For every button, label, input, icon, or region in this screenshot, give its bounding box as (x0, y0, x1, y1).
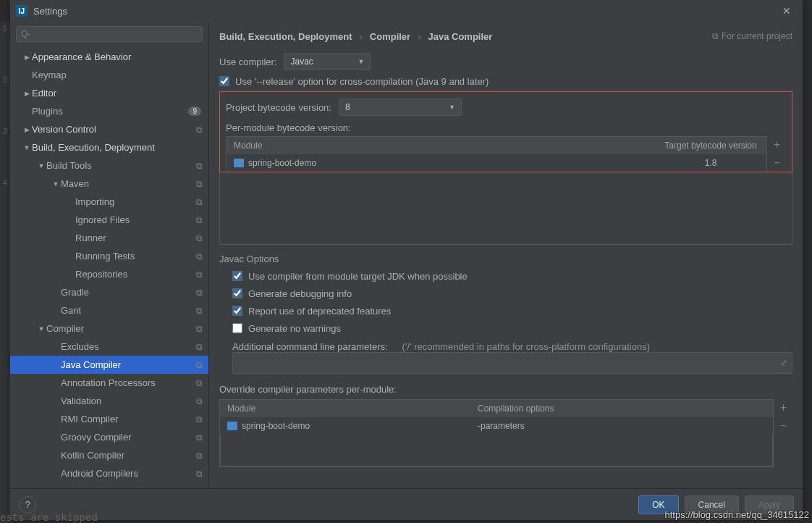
nav-item-annotation-processors[interactable]: Annotation Processors⧉ (10, 374, 208, 392)
nav-label: Plugins (32, 106, 188, 117)
disclosure-icon: ▼ (51, 180, 61, 188)
copy-icon: ⧉ (712, 31, 719, 41)
table-row[interactable]: spring-boot-demo -parameters (220, 417, 773, 435)
per-module-label: Per-module bytecode version: (226, 122, 786, 133)
nav-item-gradle[interactable]: Gradle⧉ (10, 283, 208, 301)
disclosure-icon: ▶ (22, 126, 32, 133)
nav-item-plugins[interactable]: Plugins9 (10, 102, 208, 120)
col-options: Compilation options (473, 403, 773, 414)
nav-item-repositories[interactable]: Repositories⧉ (10, 265, 208, 283)
nav-label: Build Tools (46, 160, 196, 171)
disclosure-icon: ▼ (36, 325, 46, 332)
expand-icon[interactable]: ⤢ (780, 358, 787, 368)
nav-label: Compiler (46, 323, 196, 334)
editor-gutter: 5034 (0, 22, 10, 523)
nav-label: Editor (32, 88, 204, 99)
col-target: Target bytecode version (658, 141, 766, 151)
nav-label: Java Compiler (61, 359, 196, 370)
nav-label: Keymap (32, 70, 204, 80)
scope-icon: ⧉ (196, 125, 203, 135)
scope-icon: ⧉ (196, 414, 203, 424)
scope-icon: ⧉ (196, 269, 203, 280)
scope-icon: ⧉ (196, 378, 203, 388)
nav-item-validation[interactable]: Validation⧉ (10, 392, 208, 410)
release-option-checkbox[interactable]: Use '--release' option for cross-compila… (219, 72, 792, 90)
nav-item-build-tools[interactable]: ▼Build Tools⧉ (10, 156, 208, 175)
module-icon (234, 159, 244, 167)
nav-item-kotlin-compiler[interactable]: Kotlin Compiler⧉ (10, 446, 208, 464)
window-title: Settings (33, 6, 777, 17)
highlighted-region: Project bytecode version: 8▼ Per-module … (219, 91, 792, 172)
nav-label: Runner (75, 233, 196, 243)
override-table: Module Compilation options spring-boot-d… (219, 399, 774, 467)
module-icon (227, 422, 237, 430)
breadcrumb-seg: Compiler (370, 31, 410, 42)
nav-item-ignored-files[interactable]: Ignored Files⧉ (10, 211, 208, 229)
nav-item-android-compilers[interactable]: Android Compilers⧉ (10, 464, 208, 482)
scope-icon: ⧉ (196, 360, 203, 370)
nav-label: Maven (61, 178, 196, 189)
breadcrumb: Build, Execution, Deployment› Compiler› … (219, 22, 792, 51)
nav-item-keymap[interactable]: Keymap (10, 66, 208, 84)
nav-item-version-control[interactable]: ▶Version Control⧉ (10, 120, 208, 138)
settings-dialog: IJ Settings ✕ ▶Appearance & BehaviorKeym… (10, 0, 803, 520)
nav-item-excludes[interactable]: Excludes⧉ (10, 338, 208, 356)
nav-label: Validation (61, 396, 196, 406)
remove-row-icon[interactable]: － (778, 419, 789, 432)
use-compiler-select[interactable]: Javac▼ (284, 53, 371, 70)
scope-icon: ⧉ (196, 215, 203, 225)
scope-icon: ⧉ (196, 342, 203, 352)
scope-icon: ⧉ (196, 432, 203, 443)
javac-options-title: Javac Options (219, 254, 792, 264)
close-icon[interactable]: ✕ (777, 2, 797, 20)
per-module-table: Module Target bytecode version spring-bo… (226, 136, 767, 172)
scope-icon: ⧉ (196, 306, 203, 316)
nav-label: Gradle (61, 287, 196, 298)
nav-label: Excludes (61, 341, 196, 352)
opt-deprecated[interactable]: Report use of deprecated features (232, 302, 792, 319)
content-pane: Build, Execution, Deployment› Compiler› … (209, 22, 803, 488)
titlebar[interactable]: IJ Settings ✕ (10, 0, 803, 22)
watermark: https://blog.csdn.net/qq_34615122 (665, 509, 810, 520)
col-module: Module (227, 141, 658, 151)
sidebar: ▶Appearance & BehaviorKeymap▶EditorPlugi… (10, 22, 209, 488)
remove-row-icon[interactable]: － (771, 156, 782, 170)
nav-item-build-execution-deployment[interactable]: ▼Build, Execution, Deployment (10, 138, 208, 156)
nav-label: Android Compilers (61, 468, 196, 479)
addl-params-hint: ('/' recommended in paths for cross-plat… (402, 341, 650, 352)
help-button[interactable]: ? (19, 496, 36, 514)
addl-params-input[interactable]: ⤢ (232, 352, 792, 374)
breadcrumb-seg: Java Compiler (428, 31, 493, 42)
nav-item-gant[interactable]: Gant⧉ (10, 301, 208, 319)
search-input[interactable] (16, 26, 203, 42)
nav-item-editor[interactable]: ▶Editor (10, 84, 208, 102)
scope-icon: ⧉ (196, 161, 203, 171)
breadcrumb-seg: Build, Execution, Deployment (219, 31, 352, 42)
nav-item-groovy-compiler[interactable]: Groovy Compiler⧉ (10, 428, 208, 446)
table-row[interactable]: spring-boot-demo 1.8 (227, 154, 766, 172)
opt-debug[interactable]: Generate debugging info (232, 285, 792, 302)
add-row-icon[interactable]: ＋ (778, 401, 789, 414)
scope-icon: ⧉ (196, 179, 203, 189)
scope-icon: ⧉ (196, 469, 203, 479)
nav-item-running-tests[interactable]: Running Tests⧉ (10, 247, 208, 265)
disclosure-icon: ▶ (22, 90, 32, 97)
nav-item-maven[interactable]: ▼Maven⧉ (10, 175, 208, 193)
nav-item-runner[interactable]: Runner⧉ (10, 229, 208, 247)
add-row-icon[interactable]: ＋ (771, 138, 782, 151)
nav-label: Running Tests (75, 251, 196, 262)
app-icon: IJ (16, 5, 28, 17)
nav-item-appearance-behavior[interactable]: ▶Appearance & Behavior (10, 48, 208, 66)
scope-icon: ⧉ (196, 324, 203, 334)
project-bytecode-select[interactable]: 8▼ (339, 99, 462, 116)
scope-icon: ⧉ (196, 197, 203, 207)
nav-label: Kotlin Compiler (61, 450, 196, 461)
nav-item-compiler[interactable]: ▼Compiler⧉ (10, 319, 208, 338)
opt-module-jdk[interactable]: Use compiler from module target JDK when… (232, 267, 792, 285)
nav-item-rmi-compiler[interactable]: RMI Compiler⧉ (10, 410, 208, 428)
opt-no-warnings[interactable]: Generate no warnings (232, 319, 792, 337)
nav-item-importing[interactable]: Importing⧉ (10, 193, 208, 211)
nav-label: Groovy Compiler (61, 432, 196, 443)
nav-item-java-compiler[interactable]: Java Compiler⧉ (10, 356, 208, 374)
use-compiler-label: Use compiler: (219, 57, 276, 67)
